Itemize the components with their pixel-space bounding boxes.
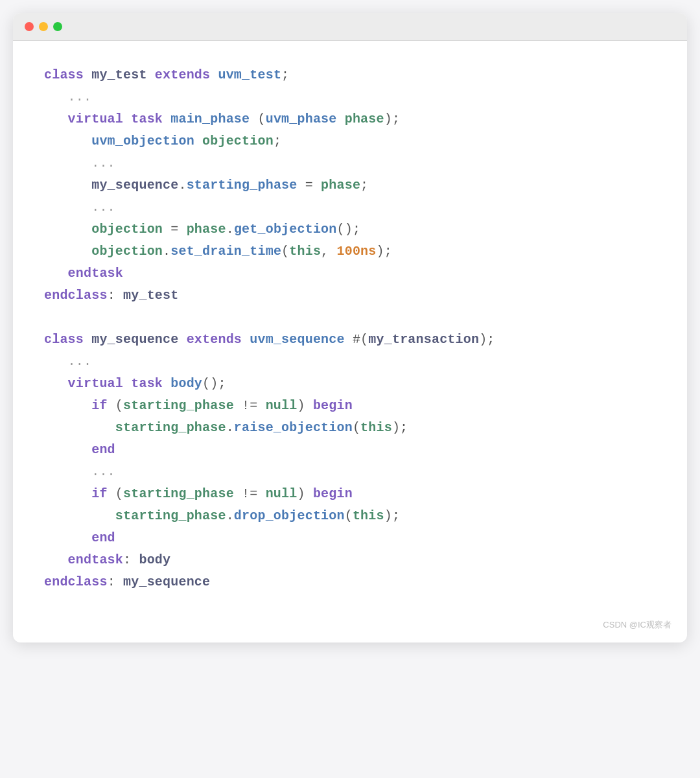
code-line: if (starting_phase != null) begin <box>44 395 656 417</box>
code-window: class my_test extends uvm_test; ... virt… <box>13 13 687 642</box>
code-line: class my_sequence extends uvm_sequence #… <box>44 329 656 351</box>
code-line: ... <box>44 152 656 174</box>
minimize-dot[interactable] <box>39 22 48 31</box>
code-line: ... <box>44 461 656 483</box>
code-line: end <box>44 439 656 461</box>
code-line: end <box>44 527 656 549</box>
code-line: starting_phase.drop_objection(this); <box>44 505 656 527</box>
code-content: class my_test extends uvm_test; ... virt… <box>13 41 687 617</box>
code-line: ... <box>44 86 656 108</box>
code-line: endclass: my_sequence <box>44 571 656 593</box>
code-line: class my_test extends uvm_test; <box>44 64 656 86</box>
code-line: if (starting_phase != null) begin <box>44 483 656 505</box>
code-line <box>44 307 656 329</box>
code-line: virtual task body(); <box>44 373 656 395</box>
maximize-dot[interactable] <box>53 22 62 31</box>
code-line: endtask: body <box>44 549 656 571</box>
code-line: objection.set_drain_time(this, 100ns); <box>44 241 656 263</box>
code-line: endclass: my_test <box>44 285 656 307</box>
watermark: CSDN @IC观察者 <box>13 617 687 642</box>
code-line: starting_phase.raise_objection(this); <box>44 417 656 439</box>
code-line: uvm_objection objection; <box>44 130 656 152</box>
code-line: endtask <box>44 263 656 285</box>
close-dot[interactable] <box>25 22 34 31</box>
code-line: virtual task main_phase (uvm_phase phase… <box>44 108 656 130</box>
code-line: ... <box>44 196 656 218</box>
code-line: objection = phase.get_objection(); <box>44 218 656 241</box>
code-line: ... <box>44 351 656 373</box>
title-bar <box>13 13 687 41</box>
code-line: my_sequence.starting_phase = phase; <box>44 174 656 196</box>
